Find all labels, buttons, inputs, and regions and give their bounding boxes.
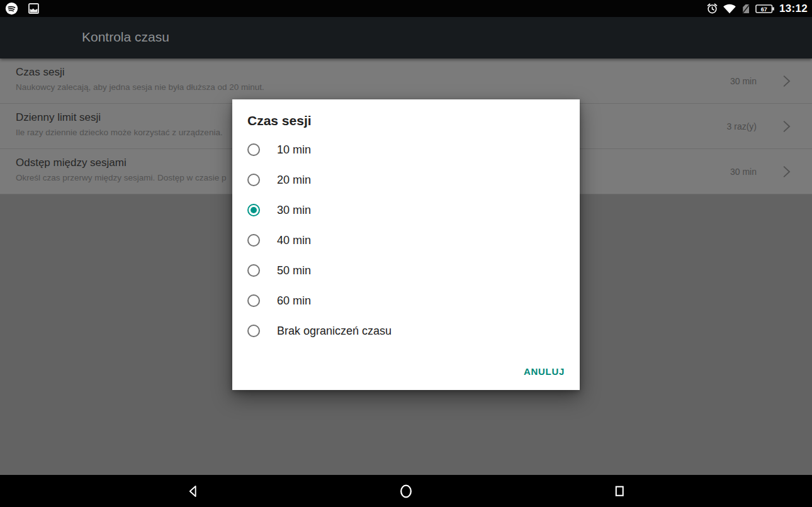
recents-button[interactable] bbox=[612, 483, 628, 499]
setting-value: 3 raz(y) bbox=[727, 104, 757, 148]
navigation-bar bbox=[0, 475, 812, 507]
chevron-right-icon bbox=[777, 72, 794, 89]
setting-value: 30 min bbox=[730, 149, 757, 194]
setting-value: 30 min bbox=[730, 58, 757, 103]
radio-button-icon bbox=[247, 234, 260, 247]
alarm-icon bbox=[706, 3, 718, 14]
radio-option-30-min[interactable]: 30 min bbox=[232, 195, 580, 225]
setting-row-session-time[interactable]: Czas sesji Naukowcy zalecają, aby jedna … bbox=[0, 58, 812, 104]
radio-option-label: 40 min bbox=[277, 234, 311, 247]
radio-button-icon bbox=[247, 174, 260, 186]
wifi-icon bbox=[723, 3, 736, 14]
screenshot-icon bbox=[28, 3, 40, 14]
setting-subtitle: Określ czas przerwy między sesjami. Dost… bbox=[16, 173, 227, 182]
status-bar: 67 13:12 bbox=[0, 0, 812, 17]
status-bar-clock: 13:12 bbox=[779, 3, 808, 15]
radio-option-label: 10 min bbox=[277, 143, 311, 157]
chevron-right-icon bbox=[777, 163, 794, 180]
radio-option-no-limit[interactable]: Brak ograniczeń czasu bbox=[232, 316, 580, 346]
home-button[interactable] bbox=[398, 483, 414, 499]
radio-option-60-min[interactable]: 60 min bbox=[232, 286, 580, 316]
radio-button-icon bbox=[247, 294, 260, 307]
android-screen: 67 13:12 Kontrola czasu Czas sesji Nauko… bbox=[0, 0, 812, 507]
setting-title: Dzienny limit sesji bbox=[16, 111, 101, 124]
page-title: Kontrola czasu bbox=[82, 30, 169, 45]
radio-button-selected-icon bbox=[247, 204, 260, 216]
radio-button-icon bbox=[247, 143, 260, 156]
radio-option-label: 30 min bbox=[277, 204, 311, 217]
back-button[interactable] bbox=[186, 483, 201, 499]
radio-option-40-min[interactable]: 40 min bbox=[232, 225, 580, 255]
radio-option-label: 20 min bbox=[277, 174, 311, 187]
radio-option-label: Brak ograniczeń czasu bbox=[277, 325, 392, 338]
radio-option-label: 60 min bbox=[277, 294, 311, 308]
setting-subtitle: Naukowcy zalecają, aby jedna sesja nie b… bbox=[16, 82, 264, 92]
dialog-option-list: 10 min 20 min 30 min 40 min 50 min 60 mi… bbox=[232, 135, 580, 346]
status-bar-system: 67 13:12 bbox=[706, 0, 808, 17]
spotify-icon bbox=[5, 2, 18, 15]
status-bar-notifications bbox=[5, 0, 40, 17]
radio-button-icon bbox=[247, 325, 260, 337]
battery-level-text: 67 bbox=[761, 6, 767, 12]
radio-option-50-min[interactable]: 50 min bbox=[232, 255, 580, 286]
app-bar: Kontrola czasu bbox=[0, 17, 812, 58]
dialog-title: Czas sesji bbox=[232, 99, 580, 133]
battery-icon: 67 bbox=[755, 4, 775, 14]
cancel-button[interactable]: ANULUJ bbox=[524, 366, 565, 377]
no-sim-icon bbox=[741, 3, 751, 14]
radio-button-icon bbox=[247, 264, 260, 277]
setting-title: Odstęp między sesjami bbox=[16, 157, 127, 169]
session-time-dialog: Czas sesji 10 min 20 min 30 min 40 min 5… bbox=[232, 99, 580, 390]
setting-title: Czas sesji bbox=[16, 66, 64, 79]
radio-option-10-min[interactable]: 10 min bbox=[232, 135, 580, 165]
chevron-right-icon bbox=[777, 118, 794, 135]
setting-subtitle: Ile razy dziennie dziecko może korzystać… bbox=[16, 128, 223, 137]
radio-option-20-min[interactable]: 20 min bbox=[232, 165, 580, 195]
radio-option-label: 50 min bbox=[277, 264, 311, 277]
